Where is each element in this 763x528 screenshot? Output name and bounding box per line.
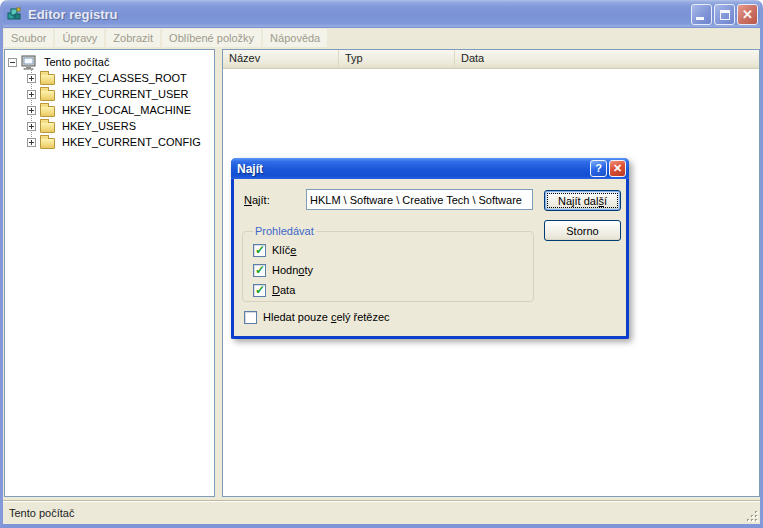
find-dialog-title: Najít	[237, 162, 588, 176]
find-dialog-titlebar[interactable]: Najít ? ✕	[231, 158, 629, 179]
checkbox-checked-icon[interactable]: ✓	[253, 244, 266, 257]
tree-item-hkey-users[interactable]: HKEY_USERS	[5, 118, 214, 134]
collapse-icon[interactable]	[8, 58, 17, 67]
close-window-button[interactable]: ✕	[737, 4, 758, 25]
close-icon: ✕	[742, 8, 753, 21]
checkbox-row-keys[interactable]: ✓ Klíče	[253, 241, 525, 259]
tree-item-label: HKEY_CURRENT_CONFIG	[60, 136, 203, 148]
column-header-typ[interactable]: Typ	[339, 50, 455, 69]
checkbox-checked-icon[interactable]: ✓	[253, 284, 266, 297]
dialog-close-button[interactable]: ✕	[609, 160, 626, 177]
menu-item-upravy[interactable]: Úpravy	[55, 29, 104, 47]
checkbox-label: Hodnoty	[272, 264, 313, 276]
checkbox-label: Data	[272, 284, 295, 296]
expand-icon[interactable]	[27, 90, 36, 99]
menu-item-oblibene-polozky[interactable]: Oblíbené položky	[162, 29, 261, 47]
tree-item-hkey-current-config[interactable]: HKEY_CURRENT_CONFIG	[5, 134, 214, 150]
menu-bar: Soubor Úpravy Zobrazit Oblíbené položky …	[3, 28, 760, 48]
maximize-button[interactable]	[714, 4, 735, 25]
expand-icon[interactable]	[27, 138, 36, 147]
find-dialog: Najít ? ✕ Najít: Najít další Storno Proh…	[231, 158, 629, 339]
cancel-button[interactable]: Storno	[544, 220, 621, 241]
find-input[interactable]	[306, 189, 533, 210]
checkbox-row-data[interactable]: ✓ Data	[253, 281, 525, 299]
tree-item-hkey-local-machine[interactable]: HKEY_LOCAL_MACHINE	[5, 102, 214, 118]
window-title: Editor registru	[28, 7, 691, 22]
tree-item-label: HKEY_LOCAL_MACHINE	[60, 104, 193, 116]
checkbox-checked-icon[interactable]: ✓	[253, 264, 266, 277]
expand-icon[interactable]	[27, 106, 36, 115]
tree-item-label: HKEY_CLASSES_ROOT	[60, 72, 189, 84]
expand-icon[interactable]	[27, 122, 36, 131]
minimize-button[interactable]	[691, 4, 712, 25]
menu-item-napoveda[interactable]: Nápověda	[263, 29, 327, 47]
folder-icon	[40, 122, 55, 133]
registry-tree-panel[interactable]: Tento počítač HKEY_CLASSES_ROOT HKEY_CUR…	[4, 49, 215, 497]
computer-icon	[21, 55, 38, 70]
maximize-icon	[720, 10, 730, 20]
checkbox-row-whole-string[interactable]: Hledat pouze celý řetězec	[244, 308, 390, 326]
search-scope-groupbox: Prohledávat ✓ Klíče ✓ Hodnoty ✓ Data	[242, 225, 534, 302]
tree-item-label: HKEY_CURRENT_USER	[60, 88, 191, 100]
find-next-button[interactable]: Najít další	[544, 190, 621, 211]
folder-icon	[40, 74, 55, 85]
tree-item-label: Tento počítač	[42, 56, 111, 68]
column-header-nazev[interactable]: Název	[223, 50, 339, 69]
checkbox-label: Hledat pouze celý řetězec	[263, 311, 390, 323]
registry-app-icon	[6, 5, 24, 23]
minimize-icon	[696, 17, 704, 20]
expand-icon[interactable]	[27, 74, 36, 83]
registry-editor-window: Editor registru ✕ Soubor Úpravy Zobrazit…	[0, 0, 763, 528]
find-label: Najít:	[244, 194, 270, 206]
column-header-data[interactable]: Data	[455, 50, 759, 69]
status-text: Tento počítač	[9, 507, 74, 519]
help-icon: ?	[595, 163, 602, 174]
window-titlebar[interactable]: Editor registru ✕	[0, 0, 763, 28]
tree-item-label: HKEY_USERS	[60, 120, 138, 132]
tree-item-hkey-classes-root[interactable]: HKEY_CLASSES_ROOT	[5, 70, 214, 86]
menu-item-soubor[interactable]: Soubor	[4, 29, 53, 47]
checkbox-label: Klíče	[272, 244, 296, 256]
tree-item-computer[interactable]: Tento počítač	[5, 54, 214, 70]
list-header: Název Typ Data	[223, 50, 759, 69]
folder-icon	[40, 90, 55, 101]
menu-item-zobrazit[interactable]: Zobrazit	[106, 29, 160, 47]
groupbox-title: Prohledávat	[253, 225, 316, 237]
folder-icon	[40, 138, 55, 149]
checkbox-unchecked-icon[interactable]	[244, 311, 257, 324]
folder-icon	[40, 106, 55, 117]
close-icon: ✕	[613, 163, 622, 174]
tree-item-hkey-current-user[interactable]: HKEY_CURRENT_USER	[5, 86, 214, 102]
resize-grip[interactable]	[745, 509, 759, 523]
help-button[interactable]: ?	[590, 160, 607, 177]
checkbox-row-values[interactable]: ✓ Hodnoty	[253, 261, 525, 279]
find-dialog-body: Najít: Najít další Storno Prohledávat ✓ …	[234, 179, 626, 333]
status-bar: Tento počítač	[3, 500, 760, 524]
